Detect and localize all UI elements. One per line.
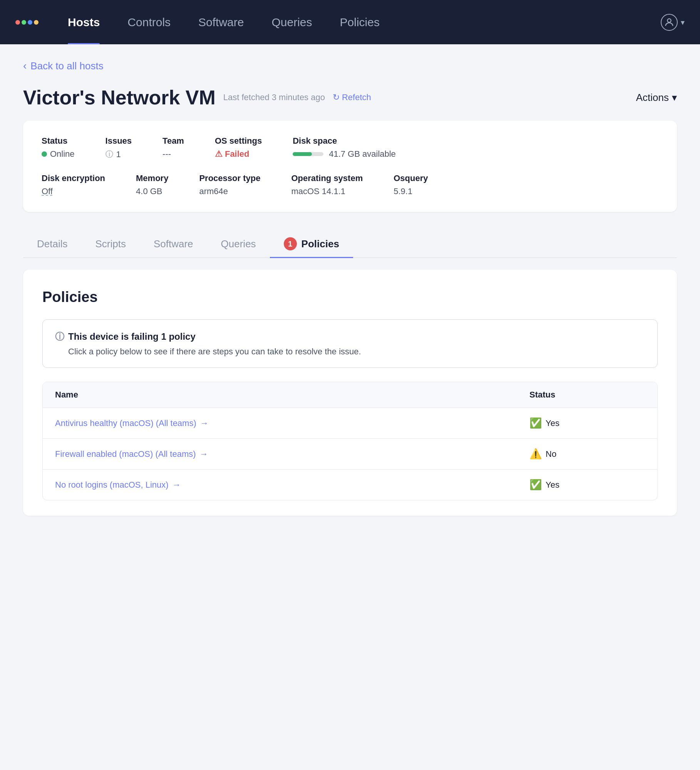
policy-link[interactable]: Antivirus healthy (macOS) (All teams)→ (55, 418, 529, 428)
alert-info-icon: ⓘ (55, 330, 64, 343)
check-icon: ✅ (529, 479, 542, 491)
back-link[interactable]: ‹ Back to all hosts (23, 60, 677, 72)
actions-label: Actions (636, 92, 669, 104)
policy-alert-sub: Click a policy below to see if there are… (68, 347, 645, 357)
disk-encryption-value: Off (42, 186, 105, 196)
issues-label: Issues (106, 136, 132, 146)
nav-item-controls[interactable]: Controls (114, 0, 184, 44)
disk-encryption-item: Disk encryption Off (42, 173, 105, 196)
osquery-item: Osquery 5.9.1 (394, 173, 428, 196)
host-name: Victor's Network VM (23, 86, 216, 109)
team-text: --- (162, 149, 171, 159)
disk-encryption-text: Off (42, 186, 53, 196)
logo-dot-green (22, 20, 26, 25)
policy-rows: Antivirus healthy (macOS) (All teams)→✅ … (43, 408, 657, 500)
info-row-1: Status Online Issues ⓘ 1 Team --- (42, 136, 658, 159)
app-logo (15, 20, 39, 25)
main-content: ‹ Back to all hosts Victor's Network VM … (0, 44, 700, 531)
back-link-label: Back to all hosts (30, 60, 103, 72)
fetch-info: Last fetched 3 minutes ago (223, 92, 325, 102)
policies-badge: 1 (284, 237, 297, 250)
navigation: Hosts Controls Software Queries Policies… (0, 0, 700, 44)
policy-alert-title: ⓘ This device is failing 1 policy (55, 330, 645, 343)
nav-item-hosts[interactable]: Hosts (54, 0, 114, 44)
tab-queries[interactable]: Queries (207, 230, 270, 257)
table-row: Firewall enabled (macOS) (All teams)→⚠️ … (43, 439, 657, 470)
svg-point-0 (667, 18, 671, 22)
tab-software[interactable]: Software (140, 230, 207, 257)
os-settings-text: Failed (225, 149, 250, 159)
os-text: macOS 14.1.1 (291, 186, 345, 196)
osquery-label: Osquery (394, 173, 428, 183)
policy-status: ✅ Yes (529, 479, 645, 491)
nav-items: Hosts Controls Software Queries Policies (54, 0, 661, 44)
alert-title-text: This device is failing 1 policy (68, 331, 196, 342)
nav-item-queries[interactable]: Queries (258, 0, 326, 44)
disk-space-text: 41.7 GB available (329, 149, 396, 159)
policy-status: ✅ Yes (529, 417, 645, 429)
tab-policies-label: Policies (301, 238, 339, 250)
tab-policies[interactable]: 1 Policies (270, 230, 353, 257)
processor-item: Processor type arm64e (199, 173, 260, 196)
issues-item: Issues ⓘ 1 (106, 136, 132, 159)
status-value: Online (42, 149, 75, 159)
issues-value: ⓘ 1 (106, 149, 132, 159)
os-item: Operating system macOS 14.1.1 (291, 173, 363, 196)
table-row: Antivirus healthy (macOS) (All teams)→✅ … (43, 408, 657, 439)
disk-bar-fill (293, 152, 312, 156)
processor-text: arm64e (199, 186, 228, 196)
status-item: Status Online (42, 136, 75, 159)
table-row: No root logins (macOS, Linux)→✅ Yes (43, 470, 657, 500)
policies-section: Policies ⓘ This device is failing 1 poli… (23, 270, 677, 516)
tab-scripts-label: Scripts (95, 238, 126, 250)
tab-queries-label: Queries (221, 238, 256, 250)
status-label: Status (42, 136, 75, 146)
disk-space-value: 41.7 GB available (293, 149, 396, 159)
tabs: Details Scripts Software Queries 1 Polic… (23, 230, 677, 258)
memory-text: 4.0 GB (136, 186, 162, 196)
policy-link[interactable]: No root logins (macOS, Linux)→ (55, 480, 529, 490)
policy-link[interactable]: Firewall enabled (macOS) (All teams)→ (55, 449, 529, 459)
host-title-group: Victor's Network VM Last fetched 3 minut… (23, 86, 371, 109)
refetch-label: Refetch (342, 92, 371, 102)
table-header-name: Name (55, 390, 529, 400)
tab-software-label: Software (154, 238, 193, 250)
actions-button[interactable]: Actions ▾ (636, 92, 677, 104)
table-header: Name Status (43, 382, 657, 408)
tab-details-label: Details (37, 238, 67, 250)
user-menu[interactable]: ▾ (661, 14, 685, 31)
logo-dot-red (15, 20, 20, 25)
disk-space-item: Disk space 41.7 GB available (293, 136, 396, 159)
processor-value: arm64e (199, 186, 260, 196)
fail-icon: ⚠️ (529, 448, 542, 460)
chevron-down-icon: ▾ (681, 18, 685, 27)
info-row-2: Disk encryption Off Memory 4.0 GB Proces… (42, 173, 658, 196)
team-label: Team (162, 136, 184, 146)
refetch-icon: ↻ (333, 92, 340, 102)
policy-status: ⚠️ No (529, 448, 645, 460)
refetch-button[interactable]: ↻ Refetch (333, 92, 371, 102)
logo-dot-blue (28, 20, 32, 25)
memory-value: 4.0 GB (136, 186, 168, 196)
os-label: Operating system (291, 173, 363, 183)
nav-item-policies[interactable]: Policies (326, 0, 394, 44)
policy-alert: ⓘ This device is failing 1 policy Click … (42, 319, 658, 368)
logo-dot-yellow (34, 20, 39, 25)
os-failed-status: ⚠ Failed (215, 149, 250, 159)
table-header-status: Status (529, 390, 645, 400)
tab-scripts[interactable]: Scripts (81, 230, 139, 257)
tab-details[interactable]: Details (23, 230, 81, 257)
check-icon: ✅ (529, 417, 542, 429)
arrow-icon: → (200, 418, 209, 428)
team-value: --- (162, 149, 184, 159)
back-arrow-icon: ‹ (23, 60, 27, 72)
host-header: Victor's Network VM Last fetched 3 minut… (23, 86, 677, 109)
nav-item-software[interactable]: Software (184, 0, 258, 44)
processor-label: Processor type (199, 173, 260, 183)
team-item: Team --- (162, 136, 184, 159)
disk-space-label: Disk space (293, 136, 396, 146)
arrow-icon: → (200, 449, 208, 459)
issues-text: 1 (116, 149, 121, 159)
os-settings-value: ⚠ Failed (215, 149, 262, 159)
avatar (661, 14, 678, 31)
